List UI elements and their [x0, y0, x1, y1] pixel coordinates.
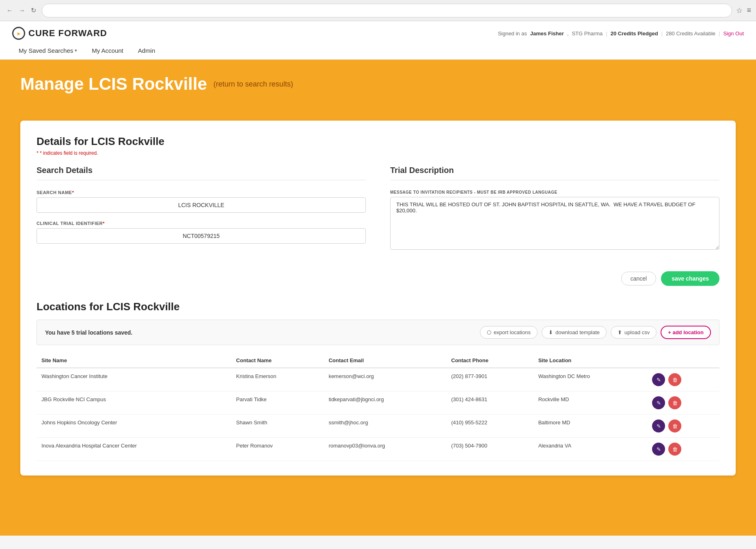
delete-row-button[interactable]: 🗑	[668, 396, 681, 409]
trial-description-section: Trial Description MESSAGE TO INVITATION …	[390, 166, 719, 259]
search-name-required: *	[72, 190, 74, 195]
cell-contact-email: tidkeparvati@jbgnci.org	[324, 391, 446, 415]
bookmark-icon[interactable]: ☆	[736, 6, 743, 15]
cell-contact-email: romanovp03@ionva.org	[324, 438, 446, 461]
refresh-button[interactable]: ↻	[29, 5, 38, 16]
trial-description-title: Trial Description	[390, 166, 719, 180]
search-details-section: Search Details SEARCH NAME* CLINICAL TRI…	[37, 166, 366, 259]
row-actions: ✎ 🗑	[652, 443, 715, 456]
address-bar-wrapper: 🔍	[42, 4, 732, 17]
search-name-input[interactable]	[37, 197, 366, 213]
save-changes-button[interactable]: save changes	[661, 271, 719, 286]
divider-2: |	[661, 30, 663, 37]
cell-contact-name: Parvati Tidke	[231, 391, 324, 415]
edit-row-button[interactable]: ✎	[652, 419, 665, 432]
add-location-button[interactable]: + add location	[661, 326, 711, 339]
download-label: download template	[555, 329, 600, 335]
message-textarea[interactable]	[390, 197, 719, 250]
cell-site-name: Washington Cancer Institute	[37, 368, 231, 391]
col-actions	[647, 353, 719, 368]
credits-available: 280 Credits Available	[666, 30, 715, 37]
nav-label-saved-searches: My Saved Searches	[19, 47, 73, 54]
cell-site-name: Inova Alexandria Hospital Cancer Center	[37, 438, 231, 461]
cell-row-actions: ✎ 🗑	[647, 391, 719, 415]
clinical-trial-required: *	[103, 221, 105, 226]
user-info: Signed in as James Fisher, STG Pharma | …	[498, 30, 744, 37]
upload-csv-button[interactable]: ⬆ upload csv	[611, 326, 657, 339]
top-navigation: CURE FORWARD Signed in as James Fisher, …	[0, 21, 756, 60]
cell-row-actions: ✎ 🗑	[647, 438, 719, 461]
locations-actions: ⬡ export locations ⬇ download template ⬆…	[480, 326, 711, 339]
nav-item-admin[interactable]: Admin	[132, 43, 162, 59]
page-title: Manage LCIS Rockville	[20, 74, 207, 94]
divider-3: |	[719, 30, 720, 37]
cell-row-actions: ✎ 🗑	[647, 415, 719, 438]
cancel-button[interactable]: cancel	[621, 272, 656, 285]
divider-1: |	[606, 30, 607, 37]
edit-row-button[interactable]: ✎	[652, 396, 665, 409]
user-company: STG Pharma	[572, 30, 603, 37]
upload-icon: ⬆	[618, 329, 622, 335]
row-actions: ✎ 🗑	[652, 419, 715, 432]
locations-bar: You have 5 trial locations saved. ⬡ expo…	[37, 320, 719, 345]
clinical-trial-label: CLINICAL TRIAL IDENTIFIER*	[37, 221, 366, 226]
edit-row-button[interactable]: ✎	[652, 443, 665, 456]
asterisk: *	[37, 150, 40, 156]
clinical-trial-group: CLINICAL TRIAL IDENTIFIER*	[37, 221, 366, 244]
table-row: Washington Cancer Institute Kristina Eme…	[37, 368, 719, 391]
table-body: Washington Cancer Institute Kristina Eme…	[37, 368, 719, 461]
back-button[interactable]: ←	[5, 5, 15, 16]
details-card-title: Details for LCIS Rockville	[37, 135, 719, 148]
chevron-down-icon: ▾	[75, 48, 77, 53]
menu-icon[interactable]: ≡	[747, 6, 751, 15]
cell-contact-name: Shawn Smith	[231, 415, 324, 438]
table-row: Johns Hopkins Oncology Center Shawn Smit…	[37, 415, 719, 438]
nav-item-saved-searches[interactable]: My Saved Searches ▾	[12, 43, 84, 59]
logo-text: CURE FORWARD	[28, 28, 107, 39]
hero-title-container: Manage LCIS Rockville (return to search …	[20, 74, 736, 94]
cell-site-name: JBG Rockville NCI Campus	[37, 391, 231, 415]
form-sections: Search Details SEARCH NAME* CLINICAL TRI…	[37, 166, 719, 259]
edit-row-button[interactable]: ✎	[652, 373, 665, 386]
signed-in-label: Signed in as	[498, 30, 527, 37]
browser-chrome: ← → ↻ 🔍 ☆ ≡	[0, 0, 756, 21]
export-label: export locations	[494, 329, 531, 335]
export-icon: ⬡	[487, 329, 491, 335]
download-icon: ⬇	[549, 329, 553, 335]
cell-site-location: Baltimore MD	[534, 415, 647, 438]
logo-icon	[12, 27, 25, 40]
download-template-button[interactable]: ⬇ download template	[542, 326, 607, 339]
table-row: JBG Rockville NCI Campus Parvati Tidke t…	[37, 391, 719, 415]
delete-row-button[interactable]: 🗑	[668, 443, 681, 456]
browser-controls: ← → ↻	[5, 5, 38, 16]
clinical-trial-label-text: CLINICAL TRIAL IDENTIFIER	[37, 221, 103, 226]
clinical-trial-input[interactable]	[37, 228, 366, 244]
cell-site-location: Rockville MD	[534, 391, 647, 415]
nav-item-my-account[interactable]: My Account	[85, 43, 130, 59]
cell-row-actions: ✎ 🗑	[647, 368, 719, 391]
logo[interactable]: CURE FORWARD	[12, 27, 107, 40]
search-name-label: SEARCH NAME*	[37, 190, 366, 195]
cell-contact-name: Kristina Emerson	[231, 368, 324, 391]
locations-count: You have 5 trial locations saved.	[45, 329, 132, 336]
return-to-search-link[interactable]: (return to search results)	[214, 80, 293, 89]
export-locations-button[interactable]: ⬡ export locations	[480, 326, 538, 339]
message-group: MESSAGE TO INVITATION RECIPIENTS - MUST …	[390, 190, 719, 251]
hero-banner: Manage LCIS Rockville (return to search …	[0, 60, 756, 108]
sign-out-link[interactable]: Sign Out	[723, 30, 744, 37]
upload-label: upload csv	[624, 329, 650, 335]
locations-title: Locations for LCIS Rockville	[37, 300, 719, 313]
delete-row-button[interactable]: 🗑	[668, 373, 681, 386]
cell-contact-phone: (301) 424-8631	[446, 391, 533, 415]
cell-site-location: Washington DC Metro	[534, 368, 647, 391]
col-site-name: Site Name	[37, 353, 231, 368]
cell-site-name: Johns Hopkins Oncology Center	[37, 415, 231, 438]
cell-contact-phone: (410) 955-5222	[446, 415, 533, 438]
table-header-row: Site Name Contact Name Contact Email Con…	[37, 353, 719, 368]
delete-row-button[interactable]: 🗑	[668, 419, 681, 432]
cell-contact-phone: (202) 877-3901	[446, 368, 533, 391]
main-content: Details for LCIS Rockville * * indicates…	[0, 108, 756, 536]
forward-button[interactable]: →	[17, 5, 27, 16]
address-bar[interactable]	[42, 4, 732, 17]
cell-site-location: Alexandria VA	[534, 438, 647, 461]
